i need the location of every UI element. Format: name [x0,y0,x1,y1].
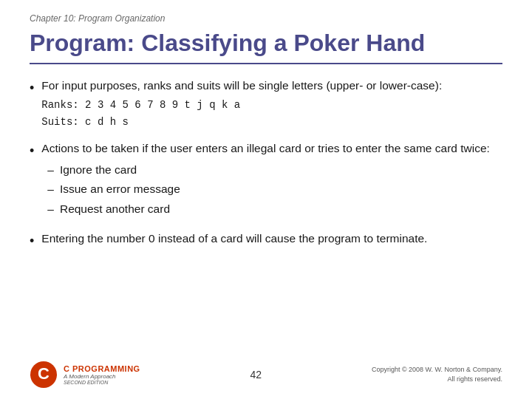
sub-dash-1: – [47,162,54,178]
logo-edition: SECOND EDITION [64,380,140,385]
footer-logo: C C PROGRAMMING A Modern Approach SECOND… [30,361,140,389]
footer: C C PROGRAMMING A Modern Approach SECOND… [0,361,532,389]
bullet-item-3: • Entering the number 0 instead of a car… [30,231,502,250]
bullet-2-text: Actions to be taken if the user enters a… [41,142,490,154]
bullet-text-2: Actions to be taken if the user enters a… [41,140,502,220]
sub-item-2-text: Issue an error message [60,181,180,197]
ranks-line: Ranks: 2 3 4 5 6 7 8 9 t j q k a [41,97,502,113]
logo-subtitle: A Modern Approach [64,373,140,380]
bullet-dot-2: • [30,141,34,160]
sub-item-2: – Issue an error message [47,181,502,197]
bullet-1-text: For input purposes, ranks and suits will… [41,79,442,92]
sub-dash-2: – [47,181,54,197]
bullet-item-2: • Actions to be taken if the user enters… [30,140,502,220]
chapter-label: Chapter 10: Program Organization [30,13,502,24]
bullet-item-1: • For input purposes, ranks and suits wi… [30,78,502,130]
bullet-dot-3: • [30,231,34,250]
bullet-dot-1: • [30,78,34,98]
slide-content: • For input purposes, ranks and suits wi… [30,78,502,250]
sub-item-1: – Ignore the card [47,162,502,178]
footer-copyright: Copyright © 2008 W. W. Norton & Company.… [372,365,502,385]
slide-title: Program: Classifying a Poker Hand [30,30,502,64]
sub-item-3: – Request another card [47,201,502,217]
logo-title: C PROGRAMMING [64,364,140,373]
ranks-suits: Ranks: 2 3 4 5 6 7 8 9 t j q k a Suits: … [41,97,502,130]
sub-item-1-text: Ignore the card [60,162,137,178]
sub-item-3-text: Request another card [60,201,170,217]
svg-text:C: C [38,364,50,383]
sub-list: – Ignore the card – Issue an error messa… [47,162,502,217]
logo-text: C PROGRAMMING A Modern Approach SECOND E… [64,364,140,385]
footer-page-number: 42 [250,369,262,381]
c-logo-icon: C [30,361,58,389]
bullet-3-text: Entering the number 0 instead of a card … [41,232,427,245]
suits-line: Suits: c d h s [41,114,502,130]
slide: Chapter 10: Program Organization Program… [0,0,532,399]
bullet-text-1: For input purposes, ranks and suits will… [41,78,502,130]
sub-dash-3: – [47,201,54,217]
bullet-text-3: Entering the number 0 instead of a card … [41,231,502,247]
